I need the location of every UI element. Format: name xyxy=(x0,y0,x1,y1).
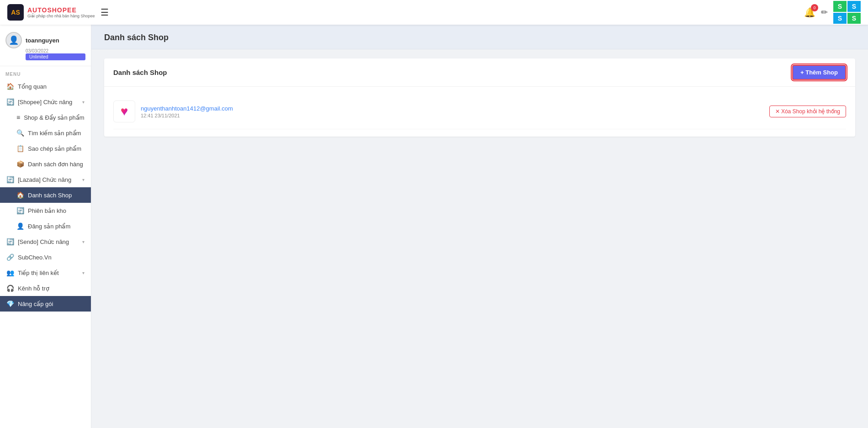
sidebar-item-label: Tiếp thị liên kết xyxy=(18,269,79,276)
sidebar-item-label: Sao chép sản phẩm xyxy=(28,145,85,152)
user-date: 03/03/2022 xyxy=(26,48,85,53)
sidebar-item-kenh-ho-tro[interactable]: 🎧 Kênh hỗ trợ xyxy=(0,280,91,296)
shop-logo: ♥ xyxy=(113,100,135,122)
sidebar-item-label: [Shopee] Chức năng xyxy=(18,99,79,106)
sidebar-item-phien-ban-kho[interactable]: 🔄 Phiên bản kho xyxy=(0,203,91,218)
user-badge: Unlimited xyxy=(26,53,85,60)
brand-logo-cell-br: S xyxy=(847,13,861,24)
pen-icon[interactable]: ✏ xyxy=(821,7,828,17)
shop-list-card: Danh sách Shop + Thêm Shop ♥ nguyenthanh… xyxy=(104,58,855,137)
brand-logo: S S S S xyxy=(833,1,861,24)
sidebar-item-label: Tổng quan xyxy=(18,83,85,90)
sidebar-item-sao-chep-san-pham[interactable]: 📋 Sao chép sản phẩm xyxy=(0,141,91,156)
app-logo-icon: AS xyxy=(7,4,24,21)
sidebar-item-subcheo-vn[interactable]: 🔗 SubCheo.Vn xyxy=(0,249,91,265)
app-name: AUTOSHOPEE xyxy=(27,6,95,14)
page-header: Danh sách Shop xyxy=(91,25,868,49)
sidebar-item-shopee-chuc-nang[interactable]: 🔄 [Shopee] Chức năng ▾ xyxy=(0,94,91,110)
sendo-icon: 🔄 xyxy=(6,238,14,245)
sidebar-item-tim-kiem-san-pham[interactable]: 🔍 Tìm kiếm sản phẩm xyxy=(0,125,91,141)
card-title: Danh sách Shop xyxy=(113,69,167,76)
chevron-down-icon: ▾ xyxy=(82,270,85,275)
chevron-down-icon: ▾ xyxy=(82,100,85,105)
sidebar-item-danh-sach-don-hang[interactable]: 📦 Danh sách đơn hàng xyxy=(0,156,91,172)
logo-area: AS AUTOSHOPEE Giải pháp cho nhà bán hàng… xyxy=(7,4,95,21)
sidebar-item-label: [Sendo] Chức năng xyxy=(18,238,79,245)
affiliate-icon: 👥 xyxy=(6,269,14,276)
avatar: 👤 xyxy=(5,32,22,48)
search-icon: 🔍 xyxy=(16,129,24,137)
diamond-icon: 💎 xyxy=(6,300,14,307)
sidebar-item-label: SubCheo.Vn xyxy=(18,254,85,261)
navbar-right: 🔔 0 ✏ S S S S xyxy=(804,1,861,24)
sidebar-item-label: Phiên bản kho xyxy=(28,207,85,214)
logo-text: AUTOSHOPEE Giải pháp cho nhà bán hàng Sh… xyxy=(27,6,95,18)
shopee-icon: 🔄 xyxy=(6,98,14,106)
sidebar-item-label: Kênh hỗ trợ xyxy=(18,285,85,292)
shop-list-item: ♥ nguyenthanhtoan1412@gmail.com 12:41 23… xyxy=(113,94,846,129)
list-icon: ≡ xyxy=(16,114,20,121)
sidebar-item-label: Shop & Đẩy sản phẩm xyxy=(24,114,85,121)
sidebar-item-label: Nâng cấp gói xyxy=(18,301,85,307)
link-icon: 🔗 xyxy=(6,254,14,261)
delete-shop-button[interactable]: ✕ Xóa Shop khỏi hệ thống xyxy=(769,106,846,117)
username: toannguyen xyxy=(26,37,59,44)
brand-logo-cell-bl: S xyxy=(833,13,847,24)
shop-list: ♥ nguyenthanhtoan1412@gmail.com 12:41 23… xyxy=(104,87,855,137)
shop-email: nguyenthanhtoan1412@gmail.com xyxy=(141,105,769,112)
navbar: AS AUTOSHOPEE Giải pháp cho nhà bán hàng… xyxy=(0,0,868,25)
sidebar-item-label: Đăng sản phẩm xyxy=(28,223,85,230)
inventory-icon: 🔄 xyxy=(16,207,24,214)
chevron-down-icon: ▾ xyxy=(82,177,85,182)
chevron-down-icon: ▾ xyxy=(82,239,85,244)
navbar-left: AS AUTOSHOPEE Giải pháp cho nhà bán hàng… xyxy=(7,4,109,21)
sidebar-item-tong-quan[interactable]: 🏠 Tổng quan xyxy=(0,79,91,94)
sidebar-item-lazada-chuc-nang[interactable]: 🔄 [Lazada] Chức năng ▾ xyxy=(0,172,91,187)
hamburger-icon[interactable]: ☰ xyxy=(101,7,109,18)
lazada-icon: 🔄 xyxy=(6,176,14,183)
shop-info: nguyenthanhtoan1412@gmail.com 12:41 23/1… xyxy=(141,105,769,118)
sidebar: 👤 toannguyen 03/03/2022 Unlimited MENU 🏠… xyxy=(0,25,91,428)
sidebar-item-label: Tìm kiếm sản phẩm xyxy=(28,130,85,137)
layout: 👤 toannguyen 03/03/2022 Unlimited MENU 🏠… xyxy=(0,25,868,428)
main-content: Danh sách Shop Danh sách Shop + Thêm Sho… xyxy=(91,25,868,428)
avatar-row: 👤 toannguyen xyxy=(5,32,85,48)
support-icon: 🎧 xyxy=(6,285,14,292)
shop-icon: 🏠 xyxy=(16,191,24,199)
notification-icon[interactable]: 🔔 0 xyxy=(804,7,815,18)
notification-badge: 0 xyxy=(811,4,818,11)
app-subtitle: Giải pháp cho nhà bán hàng Shopee xyxy=(27,14,95,18)
lazada-heart-icon: ♥ xyxy=(121,104,128,119)
orders-icon: 📦 xyxy=(16,160,24,168)
page-title: Danh sách Shop xyxy=(104,33,855,42)
sidebar-item-sendo-chuc-nang[interactable]: 🔄 [Sendo] Chức năng ▾ xyxy=(0,234,91,249)
card-header: Danh sách Shop + Thêm Shop xyxy=(104,58,855,87)
home-icon: 🏠 xyxy=(6,83,14,90)
copy-icon: 📋 xyxy=(16,145,24,152)
menu-label: MENU xyxy=(0,66,91,79)
content-area: Danh sách Shop + Thêm Shop ♥ nguyenthanh… xyxy=(91,49,868,155)
sidebar-user: 👤 toannguyen 03/03/2022 Unlimited xyxy=(0,25,91,66)
sidebar-item-tiep-thi-lien-ket[interactable]: 👥 Tiếp thị liên kết ▾ xyxy=(0,265,91,280)
sidebar-item-dang-san-pham[interactable]: 👤 Đăng sản phẩm xyxy=(0,218,91,234)
upload-icon: 👤 xyxy=(16,222,24,230)
sidebar-item-nang-cap-goi[interactable]: 💎 Nâng cấp gói xyxy=(0,296,91,312)
sidebar-item-danh-sach-shop[interactable]: 🏠 Danh sách Shop xyxy=(0,187,91,203)
shop-time: 12:41 23/11/2021 xyxy=(141,113,769,118)
brand-logo-cell-tr: S xyxy=(847,1,861,12)
add-shop-button[interactable]: + Thêm Shop xyxy=(792,65,846,80)
sidebar-item-label: Danh sách Shop xyxy=(28,192,85,199)
sidebar-item-label: [Lazada] Chức năng xyxy=(18,176,79,183)
brand-logo-cell-tl: S xyxy=(833,1,847,12)
sidebar-item-label: Danh sách đơn hàng xyxy=(28,161,85,168)
sidebar-item-shop-day-san-pham[interactable]: ≡ Shop & Đẩy sản phẩm xyxy=(0,110,91,125)
